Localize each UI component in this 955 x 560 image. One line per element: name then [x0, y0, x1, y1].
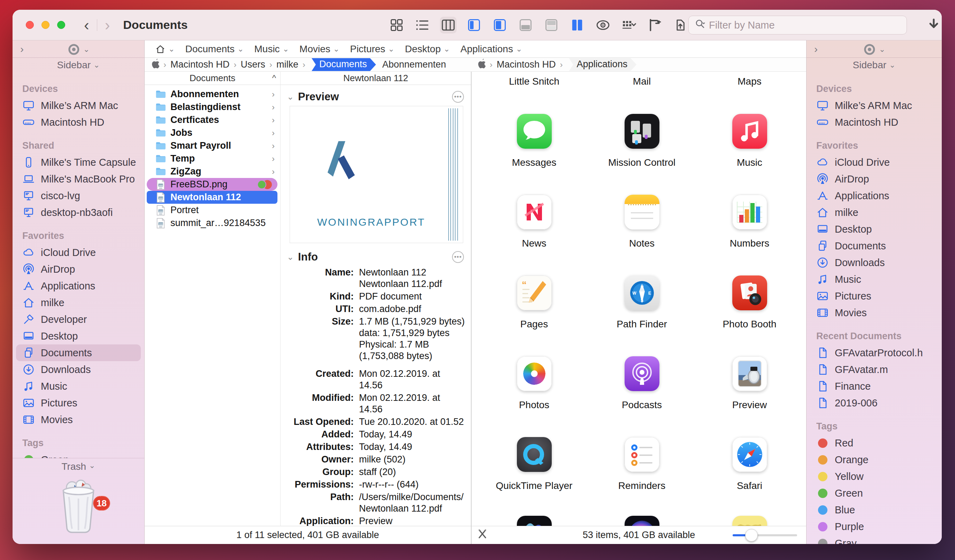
tools-caliper-button[interactable] — [646, 17, 663, 33]
app-item-safari[interactable]: Safari — [696, 437, 803, 491]
sidebar-item-documents[interactable]: Documents — [16, 345, 141, 361]
app-item-photo-booth[interactable]: Photo Booth — [696, 276, 803, 330]
app-item-photos[interactable]: Photos — [480, 356, 588, 410]
file-row-portret[interactable]: Portret — [145, 204, 280, 217]
sidebar-item-milke[interactable]: milke — [810, 204, 938, 221]
file-row-newtonlaan-112[interactable]: Newtonlaan 112 — [147, 191, 277, 204]
folder-row-temp[interactable]: Temp› — [145, 152, 280, 165]
share-file-button[interactable] — [672, 17, 689, 33]
sidebar-item-desktop-nb3aofi[interactable]: desktop-nb3aofi — [16, 204, 141, 221]
file-row-summit-ar-92184535[interactable]: summit_ar…92184535 — [145, 217, 280, 229]
sidebar-item-macintosh-hd[interactable]: Macintosh HD — [16, 114, 141, 131]
sidebar-title[interactable]: Sidebar⌄ — [13, 58, 144, 72]
app-item-mail[interactable]: Mail — [588, 76, 696, 87]
sidebar-item-gfavatar-m[interactable]: GFAvatar.m — [810, 361, 938, 378]
preview-section-header[interactable]: ⌄ Preview ••• — [280, 85, 471, 105]
sidebar-item-milke-s-arm-mac[interactable]: Milke’s ARM Mac — [16, 97, 141, 114]
sidebar-item-cisco-lvg[interactable]: cisco-lvg — [16, 187, 141, 204]
sidebar-title[interactable]: Sidebar⌄ — [806, 58, 942, 72]
panel-top-gray-button[interactable] — [517, 17, 534, 33]
path-current-segment[interactable]: Applications — [569, 58, 637, 71]
app-item-mission-control[interactable]: Mission Control — [588, 114, 696, 168]
app-item-news[interactable]: News — [480, 195, 588, 249]
more-options-icon[interactable]: ••• — [452, 251, 464, 263]
bookmark-pictures[interactable]: Pictures⌄ — [346, 44, 398, 55]
folder-row-abonnementen[interactable]: Abonnementen› — [145, 88, 280, 101]
app-item-path-finder[interactable]: NWESPath Finder — [588, 276, 696, 330]
sidebar-item-icloud-drive[interactable]: iCloud Drive — [810, 154, 938, 171]
folder-row-certficates[interactable]: Certficates› — [145, 114, 280, 126]
sidebar-item-pictures[interactable]: Pictures — [16, 395, 141, 411]
sort-asc-icon[interactable]: ^ — [272, 73, 276, 83]
sidebar-item-music[interactable]: Music — [16, 378, 141, 395]
bookmark-music[interactable]: Music⌄ — [251, 44, 293, 55]
sidebar-item-applications[interactable]: Applications — [810, 187, 938, 204]
bookmark-documents[interactable]: Documents⌄ — [182, 44, 247, 55]
sidebar-item-desktop[interactable]: Desktop — [810, 221, 938, 237]
app-item-music[interactable]: Music — [696, 114, 803, 168]
zoom-button[interactable] — [57, 21, 65, 29]
expand-icon[interactable]: › — [814, 43, 818, 55]
slider-knob[interactable] — [745, 529, 758, 541]
sidebar-item-airdrop[interactable]: AirDrop — [16, 261, 141, 278]
icon-size-slider[interactable] — [733, 534, 797, 536]
sidebar-item-milke-s-macbook-pro[interactable]: Milke's MacBook Pro — [16, 171, 141, 187]
app-item-maps[interactable]: Maps — [696, 76, 803, 87]
sidebar-item-gray[interactable]: Gray — [810, 535, 938, 544]
panel-bottom-gray-button[interactable] — [543, 17, 560, 33]
app-item-numbers[interactable]: Numbers — [696, 195, 803, 249]
sidebar-item-developer[interactable]: Developer — [16, 311, 141, 328]
filter-field[interactable]: Filter by Name — [688, 16, 907, 34]
sidebar-item-purple[interactable]: Purple — [810, 518, 938, 535]
sidebar-item-movies[interactable]: Movies — [810, 304, 938, 321]
app-item-reminders[interactable]: Reminders — [588, 437, 696, 491]
sidebar-item-milke[interactable]: milke — [16, 294, 141, 311]
panel-right-blue-button[interactable] — [492, 17, 508, 33]
sidebar-item-downloads[interactable]: Downloads — [810, 254, 938, 271]
trash-header[interactable]: Trash⌄ — [13, 461, 144, 472]
app-item-pages[interactable]: “Pages — [480, 276, 588, 330]
app-item-notes[interactable]: Notes — [588, 195, 696, 249]
sidebar-item-movies[interactable]: Movies — [16, 411, 141, 428]
sidebar-item-airdrop[interactable]: AirDrop — [810, 171, 938, 187]
back-button[interactable]: ‹ — [81, 17, 92, 33]
column-view-button[interactable] — [440, 17, 457, 33]
sidebar-item-macintosh-hd[interactable]: Macintosh HD — [810, 114, 938, 131]
target-menu[interactable]: ⌄ — [67, 43, 89, 56]
file-row-freebsd-png[interactable]: FreeBSD.png — [147, 178, 277, 191]
forward-button[interactable]: › — [102, 17, 113, 33]
app-item-shortcuts[interactable] — [480, 516, 588, 526]
file-column-header[interactable]: Documents ^ — [145, 72, 280, 85]
sidebar-item-finance[interactable]: Finance — [810, 378, 938, 395]
path-segment[interactable]: milke — [276, 59, 298, 70]
folder-row-smart-payroll[interactable]: Smart Payroll› — [145, 139, 280, 152]
folder-row-zigzag[interactable]: ZigZag› — [145, 165, 280, 178]
path-segment[interactable]: Macintosh HD — [171, 59, 230, 70]
tools-icon[interactable] — [476, 528, 488, 542]
app-item-quicktime-player[interactable]: QuickTime Player — [480, 437, 588, 491]
sidebar-item-blue[interactable]: Blue — [810, 501, 938, 518]
sidebar-item-green[interactable]: Green — [16, 451, 141, 458]
apple-icon[interactable] — [476, 58, 485, 71]
sidebar-item-milke-s-arm-mac[interactable]: Milke’s ARM Mac — [810, 97, 938, 114]
folder-row-jobs[interactable]: Jobs› — [145, 126, 280, 139]
close-button[interactable] — [26, 21, 34, 29]
pdf-preview-thumbnail[interactable]: WONINGRAPPORT — [290, 106, 463, 243]
app-item-stickies[interactable] — [696, 516, 803, 526]
folder-row-belastingdienst[interactable]: Belastingdienst› — [145, 101, 280, 114]
grid-menu-button[interactable] — [620, 17, 637, 33]
target-menu[interactable]: ⌄ — [863, 43, 885, 56]
sidebar-item-orange[interactable]: Orange — [810, 451, 938, 468]
panel-left-blue-button[interactable] — [466, 17, 482, 33]
more-options-icon[interactable]: ••• — [452, 91, 464, 103]
expand-icon[interactable]: › — [20, 43, 24, 55]
sidebar-item-music[interactable]: Music — [810, 271, 938, 288]
preview-eye-button[interactable] — [595, 17, 611, 33]
app-item-siri[interactable] — [588, 516, 696, 526]
download-arrow-icon[interactable] — [926, 17, 942, 34]
trash-icon[interactable]: 18 — [52, 478, 105, 535]
sidebar-item-yellow[interactable]: Yellow — [810, 468, 938, 485]
sidebar-item-downloads[interactable]: Downloads — [16, 361, 141, 378]
bookmark-home[interactable]: ⌄ — [152, 44, 178, 54]
bookmark-applications[interactable]: Applications⌄ — [457, 44, 526, 55]
